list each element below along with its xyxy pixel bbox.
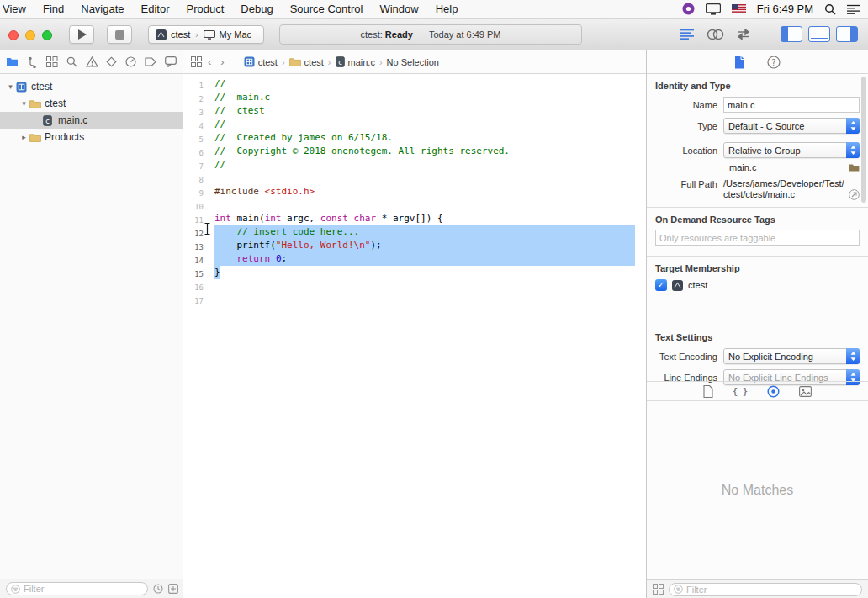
input-source-flag-icon[interactable] <box>732 4 746 13</box>
breadcrumb-item-ctest[interactable]: ctest <box>244 56 278 67</box>
menu-item-find[interactable]: Find <box>34 0 72 18</box>
line-number[interactable]: 14 <box>183 252 204 266</box>
menu-item-help[interactable]: Help <box>427 0 467 18</box>
code-line-12[interactable]: 12 // insert code here... <box>183 225 646 239</box>
menu-item-product[interactable]: Product <box>178 0 233 18</box>
displays-menu-icon[interactable] <box>706 3 721 15</box>
navigator-panel-toggle[interactable] <box>781 26 802 42</box>
minimize-window-button[interactable] <box>25 30 35 40</box>
code-line-16[interactable]: 16 <box>183 279 646 293</box>
file-inspector-icon[interactable] <box>734 56 745 69</box>
line-number[interactable]: 3 <box>183 104 204 118</box>
resource-tags-field[interactable] <box>655 230 860 246</box>
file-tree-row-ctest[interactable]: ▾ctest <box>0 95 183 112</box>
library-filter-input[interactable] <box>686 585 857 595</box>
line-number[interactable]: 2 <box>183 91 204 104</box>
media-library-icon[interactable] <box>799 386 812 397</box>
navigator-filter-field[interactable] <box>6 582 148 595</box>
code-line-1[interactable]: 1// <box>183 77 646 91</box>
line-number[interactable]: 5 <box>183 131 204 145</box>
code-line-15[interactable]: 15} <box>183 266 646 279</box>
assistant-editor-icon[interactable] <box>707 29 724 40</box>
code-line-5[interactable]: 5// Created by james on 6/15/18. <box>183 131 646 145</box>
find-navigator-icon[interactable] <box>66 56 77 67</box>
report-navigator-icon[interactable] <box>165 56 177 67</box>
location-dropdown[interactable]: Relative to Group <box>723 142 860 158</box>
code-line-9[interactable]: 9#include <stdio.h> <box>183 185 646 198</box>
file-template-library-icon[interactable] <box>703 385 713 398</box>
code-line-17[interactable]: 17 <box>183 293 646 306</box>
notification-center-icon[interactable] <box>847 4 860 14</box>
breakpoint-navigator-icon[interactable] <box>145 57 156 66</box>
file-tree-row-products[interactable]: ▸Products <box>0 129 183 146</box>
navigator-filter-input[interactable] <box>24 584 143 594</box>
file-name-field[interactable] <box>723 97 860 113</box>
file-tree-row-ctest[interactable]: ▾ctest <box>0 78 183 95</box>
menu-item-source-control[interactable]: Source Control <box>282 0 372 18</box>
quick-help-icon[interactable]: ? <box>767 56 781 69</box>
code-line-13[interactable]: 13 printf("Hello, World!\n"); <box>183 239 646 252</box>
inspector-scrollbar[interactable] <box>861 77 866 203</box>
code-line-7[interactable]: 7// <box>183 158 646 172</box>
line-number[interactable]: 17 <box>183 293 204 306</box>
menu-item-navigate[interactable]: Navigate <box>72 0 132 18</box>
issue-navigator-icon[interactable] <box>86 56 98 67</box>
target-checkbox[interactable]: ✓ <box>655 279 667 291</box>
code-line-8[interactable]: 8 <box>183 172 646 185</box>
forward-button[interactable]: › <box>220 56 224 67</box>
line-number[interactable]: 10 <box>183 198 204 212</box>
file-type-dropdown[interactable]: Default - C Source <box>723 118 860 134</box>
menu-item-debug[interactable]: Debug <box>232 0 281 18</box>
disclosure-triangle-icon[interactable]: ▾ <box>5 82 16 91</box>
spotlight-search-icon[interactable] <box>824 3 836 15</box>
line-number[interactable]: 9 <box>183 185 204 198</box>
line-number[interactable]: 16 <box>183 279 204 293</box>
purple-app-menu-icon[interactable] <box>682 3 695 15</box>
menu-item-window[interactable]: Window <box>371 0 426 18</box>
line-number[interactable]: 4 <box>183 118 204 131</box>
line-number[interactable]: 13 <box>183 239 204 252</box>
project-navigator-icon[interactable] <box>6 56 19 67</box>
test-navigator-icon[interactable] <box>106 56 117 67</box>
source-code-editor[interactable]: 1//2// main.c3// ctest4//5// Created by … <box>183 74 646 598</box>
code-line-6[interactable]: 6// Copyright © 2018 onenotegem. All rig… <box>183 145 646 158</box>
library-filter-field[interactable] <box>669 583 862 596</box>
version-editor-icon[interactable] <box>735 29 752 40</box>
scm-status-filter-icon[interactable] <box>168 584 178 594</box>
code-line-4[interactable]: 4// <box>183 118 646 131</box>
debug-area-toggle[interactable] <box>808 26 830 42</box>
code-snippet-library-icon[interactable]: { } <box>733 387 748 396</box>
line-number[interactable]: 11 <box>183 212 204 225</box>
code-line-3[interactable]: 3// ctest <box>183 104 646 118</box>
close-window-button[interactable] <box>8 30 19 40</box>
code-line-10[interactable]: 10 <box>183 198 646 212</box>
choose-location-folder-icon[interactable] <box>849 163 860 172</box>
line-number[interactable]: 1 <box>183 77 204 91</box>
zoom-window-button[interactable] <box>42 30 52 40</box>
standard-editor-icon[interactable] <box>679 28 696 40</box>
grid-view-icon[interactable] <box>653 584 664 595</box>
file-tree-row-main-c[interactable]: cmain.c <box>0 112 183 129</box>
inspector-panel-toggle[interactable] <box>836 26 858 42</box>
code-line-14[interactable]: 14 return 0; <box>183 252 646 266</box>
line-number[interactable]: 12 <box>183 225 204 239</box>
line-number[interactable]: 6 <box>183 145 204 158</box>
menu-item-editor[interactable]: Editor <box>133 0 178 18</box>
symbol-navigator-icon[interactable] <box>46 56 58 67</box>
line-number[interactable]: 15 <box>183 266 204 279</box>
disclosure-triangle-icon[interactable]: ▾ <box>19 99 29 108</box>
debug-navigator-icon[interactable] <box>125 56 136 67</box>
object-library-icon[interactable] <box>767 385 780 398</box>
disclosure-triangle-icon[interactable]: ▸ <box>19 133 29 141</box>
code-line-2[interactable]: 2// main.c <box>183 91 646 104</box>
source-control-navigator-icon[interactable] <box>27 56 38 68</box>
code-line-11[interactable]: 11int main(int argc, const char * argv[]… <box>183 212 646 225</box>
breadcrumb-item-no-selection[interactable]: No Selection <box>387 57 439 67</box>
menu-clock[interactable]: Fri 6:49 PM <box>757 3 813 15</box>
stop-button[interactable] <box>107 25 132 44</box>
back-button[interactable]: ‹ <box>208 56 211 67</box>
related-items-icon[interactable] <box>191 56 202 67</box>
line-number[interactable]: 8 <box>183 172 204 185</box>
line-number[interactable]: 7 <box>183 158 204 172</box>
recent-files-filter-icon[interactable] <box>153 584 163 594</box>
